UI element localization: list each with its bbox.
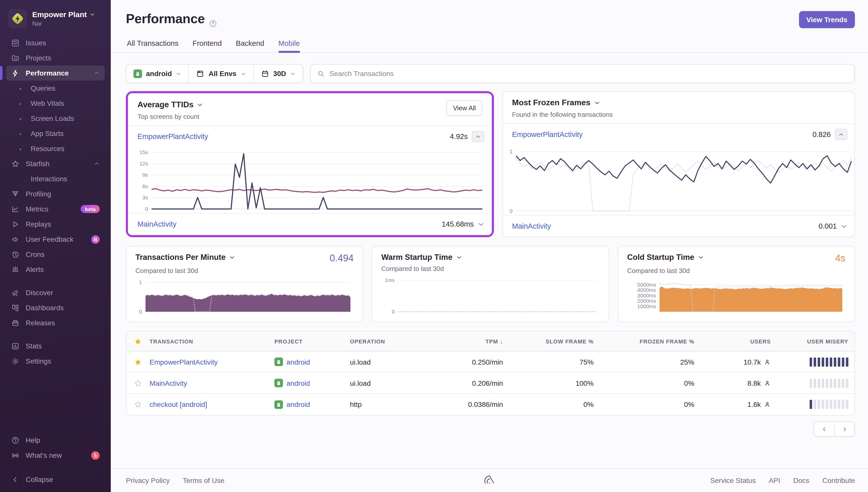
transaction-link[interactable]: MainActivity — [512, 222, 551, 230]
avg-ttids-title[interactable]: Average TTIDs — [137, 100, 203, 109]
svg-text:1ms: 1ms — [385, 277, 395, 283]
footer-link-privacy-policy[interactable]: Privacy Policy — [126, 476, 170, 485]
search-input[interactable] — [330, 70, 848, 78]
sidebar-item-web-vitals[interactable]: Web Vitals — [6, 96, 105, 111]
chevron-up-icon — [94, 70, 100, 76]
svg-text:0: 0 — [392, 309, 395, 315]
svg-text:1: 1 — [510, 149, 513, 154]
tab-frontend[interactable]: Frontend — [193, 39, 222, 52]
project-link[interactable]: android — [286, 379, 310, 387]
tab-mobile[interactable]: Mobile — [278, 39, 300, 52]
sidebar-item-resources[interactable]: Resources — [6, 141, 105, 156]
environments-icon — [196, 69, 205, 78]
footer-right-links: Service StatusAPIDocsContribute — [710, 476, 855, 485]
sidebar-item-settings[interactable]: Settings — [6, 353, 105, 369]
collapse-toggle-button[interactable] — [472, 131, 484, 142]
footer-link-docs[interactable]: Docs — [793, 476, 809, 485]
warm-startup-title[interactable]: Warm Startup Time — [381, 253, 462, 262]
transaction-link[interactable]: EmpowerPlantActivity — [150, 358, 218, 366]
project-link[interactable]: android — [286, 358, 310, 366]
tpm-title[interactable]: Transactions Per Minute — [135, 253, 235, 262]
footer-link-contribute[interactable]: Contribute — [822, 476, 855, 485]
tpm-cell: 0.206/min — [434, 379, 510, 387]
cold-startup-subtitle: Compared to last 30d — [627, 267, 845, 274]
sidebar: Empower Plant Nar IssuesProjectsPerforma… — [0, 0, 111, 492]
org-subtitle: Nar — [32, 20, 95, 27]
column-header-user-misery[interactable]: USER MISERY — [778, 338, 855, 344]
sidebar-item-releases[interactable]: Releases — [6, 315, 105, 330]
sidebar-item-discover[interactable]: Discover — [6, 285, 105, 300]
transaction-link[interactable]: MainActivity — [150, 379, 187, 387]
dashboards-icon — [11, 303, 20, 312]
star-toggle[interactable] — [126, 400, 150, 409]
view-trends-button[interactable]: View Trends — [799, 11, 855, 28]
chevron-down-icon — [90, 11, 95, 17]
user-misery-bars — [778, 378, 855, 388]
tab-all-transactions[interactable]: All Transactions — [127, 39, 178, 52]
issues-icon — [11, 39, 20, 47]
column-header-users[interactable]: USERS — [701, 338, 778, 344]
lightning-icon — [11, 69, 20, 77]
sidebar-item-alerts[interactable]: Alerts — [6, 262, 105, 277]
help-icon[interactable] — [209, 16, 217, 24]
project-filter[interactable]: android — [126, 65, 188, 82]
column-header-frozen-frame-[interactable]: FROZEN FRAME % — [601, 338, 701, 344]
tab-backend[interactable]: Backend — [236, 39, 264, 52]
sidebar-item-queries[interactable]: Queries — [6, 80, 105, 96]
footer: Privacy PolicyTerms of Use Service Statu… — [111, 468, 868, 492]
sidebar-item-label: Starfish — [26, 159, 50, 168]
column-header-project[interactable]: PROJECT — [274, 338, 350, 344]
expand-toggle-chevron[interactable] — [841, 223, 847, 229]
sidebar-item-metrics[interactable]: Metricsbeta — [6, 201, 105, 217]
star-column-header[interactable] — [126, 337, 150, 345]
date-filter[interactable]: 30D — [253, 65, 303, 82]
sidebar-item-app-starts[interactable]: App Starts — [6, 126, 105, 141]
svg-text:0: 0 — [139, 309, 142, 315]
sidebar-item-replays[interactable]: Replays — [6, 217, 105, 232]
view-all-button[interactable]: View All — [446, 100, 482, 116]
badge: beta — [81, 205, 100, 213]
org-switcher[interactable]: Empower Plant Nar — [0, 7, 111, 35]
sidebar-item-interactions[interactable]: Interactions — [6, 171, 105, 186]
star-toggle[interactable] — [126, 379, 150, 387]
sidebar-item-user-feedback[interactable]: User FeedbackB — [6, 232, 105, 247]
svg-text:12s: 12s — [139, 161, 148, 167]
sidebar-item-screen-loads[interactable]: Screen Loads — [6, 111, 105, 126]
transaction-link[interactable]: MainActivity — [137, 220, 176, 228]
sidebar-item-performance[interactable]: Performance — [6, 66, 105, 80]
project-cell: android — [274, 400, 350, 409]
sidebar-item-dashboards[interactable]: Dashboards — [6, 300, 105, 315]
column-header-tpm[interactable]: TPM ↓ — [434, 338, 510, 344]
sidebar-item-profiling[interactable]: Profiling — [6, 186, 105, 201]
sidebar-item-starfish[interactable]: Starfish — [6, 156, 105, 171]
collapse-toggle-button[interactable] — [835, 129, 847, 140]
next-page-button[interactable] — [834, 422, 854, 436]
column-header-slow-frame-[interactable]: SLOW FRAME % — [510, 338, 601, 344]
footer-link-service-status[interactable]: Service Status — [710, 476, 756, 485]
sidebar-bottom: HelpWhat's new5 — [0, 433, 111, 463]
column-header-operation[interactable]: OPERATION — [350, 338, 434, 344]
sidebar-item-issues[interactable]: Issues — [6, 35, 105, 50]
cold-startup-title[interactable]: Cold Startup Time — [627, 253, 704, 262]
sidebar-collapse[interactable]: Collapse — [6, 472, 105, 487]
footer-left-links: Privacy PolicyTerms of Use — [126, 476, 224, 485]
sidebar-item-what-s-new[interactable]: What's new5 — [6, 448, 105, 463]
sidebar-item-help[interactable]: Help — [6, 433, 105, 448]
star-toggle[interactable] — [126, 358, 150, 366]
project-link[interactable]: android — [286, 400, 310, 409]
footer-link-terms-of-use[interactable]: Terms of Use — [183, 476, 224, 485]
sidebar-item-crons[interactable]: Crons — [6, 247, 105, 262]
sidebar-item-projects[interactable]: Projects — [6, 50, 105, 66]
transaction-link[interactable]: checkout [android] — [150, 400, 207, 409]
footer-link-api[interactable]: API — [769, 476, 780, 485]
transaction-link[interactable]: EmpowerPlantActivity — [137, 132, 208, 141]
tpm-chart: 10 — [135, 277, 354, 316]
expand-toggle-chevron[interactable] — [478, 221, 484, 227]
prev-page-button[interactable] — [814, 422, 834, 436]
sidebar-item-stats[interactable]: Stats — [6, 338, 105, 353]
frozen-frames-title[interactable]: Most Frozen Frames — [512, 98, 613, 107]
column-header-transaction[interactable]: TRANSACTION — [150, 338, 274, 344]
env-filter[interactable]: All Envs — [188, 65, 253, 82]
transaction-link[interactable]: EmpowerPlantActivity — [512, 130, 583, 139]
siren-icon — [11, 265, 20, 274]
